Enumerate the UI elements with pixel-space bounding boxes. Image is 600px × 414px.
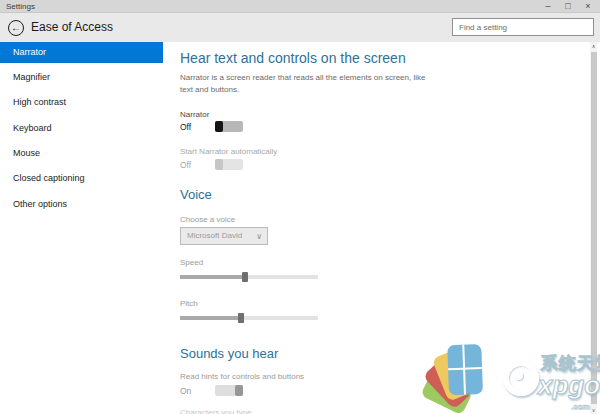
search-input[interactable] (452, 18, 594, 36)
scrollbar[interactable]: ∧ ∨ (590, 42, 597, 414)
scroll-down-icon[interactable]: ∨ (590, 407, 597, 413)
narrator-toggle-knob (215, 121, 223, 132)
characters-you-type-label: Characters you type (180, 408, 252, 414)
sidebar-item-high-contrast[interactable]: High contrast (0, 92, 163, 113)
chevron-down-icon: ∨ (256, 229, 262, 245)
sidebar-item-narrator[interactable]: Narrator (0, 42, 163, 63)
narrator-state: Off (180, 122, 191, 132)
voice-dropdown-value: Microsoft David (187, 231, 242, 240)
read-hints-toggle (215, 385, 243, 396)
choose-voice-label: Choose a voice (180, 215, 235, 224)
autostart-toggle (215, 159, 243, 170)
narrator-description: Narrator is a screen reader that reads a… (180, 72, 438, 95)
sidebar-item-closed-captioning[interactable]: Closed captioning (0, 168, 163, 189)
pitch-slider[interactable] (180, 316, 318, 320)
page-title: Ease of Access (31, 20, 113, 34)
scroll-up-icon[interactable]: ∧ (590, 43, 597, 49)
pitch-label: Pitch (180, 299, 198, 308)
section-heading-sounds: Sounds you hear (180, 346, 278, 361)
voice-dropdown[interactable]: Microsoft David ∨ (180, 227, 268, 245)
narrator-label: Narrator (180, 110, 209, 119)
close-button[interactable]: × (578, 0, 598, 13)
sidebar-item-magnifier[interactable]: Magnifier (0, 67, 163, 88)
sidebar: Narrator Magnifier High contrast Keyboar… (0, 42, 163, 414)
pitch-slider-fill (180, 316, 241, 320)
autostart-state: Off (180, 160, 191, 170)
titlebar: Settings – □ × (0, 0, 600, 13)
read-hints-state: On (180, 386, 191, 396)
section-heading-voice: Voice (180, 187, 212, 202)
settings-window: Settings – □ × ← Ease of Access Narrator… (0, 0, 600, 414)
back-button[interactable]: ← (8, 20, 24, 36)
minimize-button[interactable]: – (538, 0, 558, 13)
sidebar-item-keyboard[interactable]: Keyboard (0, 118, 163, 139)
page-header: ← Ease of Access (0, 13, 600, 42)
pitch-slider-thumb[interactable] (238, 313, 244, 323)
sidebar-item-other-options[interactable]: Other options (0, 194, 163, 215)
back-icon: ← (11, 22, 21, 33)
speed-slider-fill (180, 275, 245, 279)
read-hints-toggle-knob (235, 385, 243, 396)
main-content: Hear text and controls on the screen Nar… (180, 42, 580, 414)
window-controls: – □ × (538, 0, 598, 13)
scrollbar-thumb[interactable] (591, 52, 597, 404)
speed-slider[interactable] (180, 275, 318, 279)
narrator-toggle[interactable] (215, 121, 243, 132)
read-hints-label: Read hints for controls and buttons (180, 372, 304, 381)
section-heading-hear: Hear text and controls on the screen (180, 50, 406, 66)
autostart-label: Start Narrator automatically (180, 147, 277, 156)
window-title: Settings (6, 2, 35, 11)
speed-slider-thumb[interactable] (242, 272, 248, 282)
speed-label: Speed (180, 258, 203, 267)
autostart-toggle-knob (215, 159, 223, 170)
sidebar-item-mouse[interactable]: Mouse (0, 143, 163, 164)
maximize-button[interactable]: □ (558, 0, 578, 13)
